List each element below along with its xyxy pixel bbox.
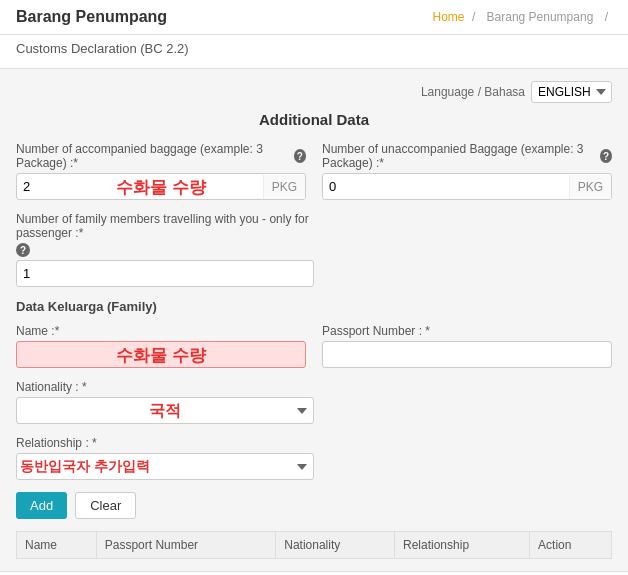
relationship-select[interactable] (16, 453, 314, 480)
baggage-unaccompanied-info-icon[interactable]: ? (600, 149, 612, 163)
baggage-unaccompanied-input-wrapper: PKG (322, 173, 612, 200)
baggage-unaccompanied-suffix: PKG (569, 175, 611, 199)
section-title: Additional Data (16, 111, 612, 128)
bottom-nav: Previous Next (0, 571, 628, 575)
table-col-passport: Passport Number (96, 532, 276, 559)
baggage-accompanied-suffix: PKG (263, 175, 305, 199)
breadcrumb-sep2: / (605, 10, 608, 24)
nationality-label: Nationality : * (16, 380, 314, 394)
family-table: Name Passport Number Nationality Relatio… (16, 531, 612, 559)
relationship-label: Relationship : * (16, 436, 314, 450)
passport-label: Passport Number : * (322, 324, 612, 338)
family-members-info-icon-row: ? (16, 243, 314, 257)
passport-input[interactable] (322, 341, 612, 368)
nationality-select[interactable] (16, 397, 314, 424)
language-label: Language / Bahasa (421, 85, 525, 99)
table-col-relationship: Relationship (395, 532, 530, 559)
add-button[interactable]: Add (16, 492, 67, 519)
baggage-accompanied-info-icon[interactable]: ? (294, 149, 306, 163)
language-select[interactable]: ENGLISH BAHASA (531, 81, 612, 103)
table-col-action: Action (530, 532, 612, 559)
baggage-unaccompanied-input[interactable] (323, 174, 569, 199)
family-members-info-icon[interactable]: ? (16, 243, 30, 257)
baggage-unaccompanied-label: Number of unaccompanied Baggage (example… (322, 142, 612, 170)
breadcrumb-sep1: / (472, 10, 475, 24)
family-members-label: Number of family members travelling with… (16, 212, 314, 240)
name-input[interactable] (16, 341, 306, 368)
family-section-label: Data Keluarga (Family) (16, 299, 612, 314)
baggage-accompanied-input[interactable] (17, 174, 263, 199)
breadcrumb-current: Barang Penumpang (487, 10, 594, 24)
family-members-input[interactable] (16, 260, 314, 287)
table-col-nationality: Nationality (276, 532, 395, 559)
customs-declaration-tab[interactable]: Customs Declaration (BC 2.2) (16, 41, 189, 62)
page-title: Barang Penumpang (16, 8, 167, 26)
baggage-accompanied-input-wrapper: PKG (16, 173, 306, 200)
breadcrumb-home[interactable]: Home (433, 10, 465, 24)
table-col-name: Name (17, 532, 97, 559)
name-label: Name :* (16, 324, 306, 338)
baggage-accompanied-label: Number of accompanied baggage (example: … (16, 142, 306, 170)
clear-button[interactable]: Clear (75, 492, 136, 519)
breadcrumb: Home / Barang Penumpang / (433, 10, 612, 24)
